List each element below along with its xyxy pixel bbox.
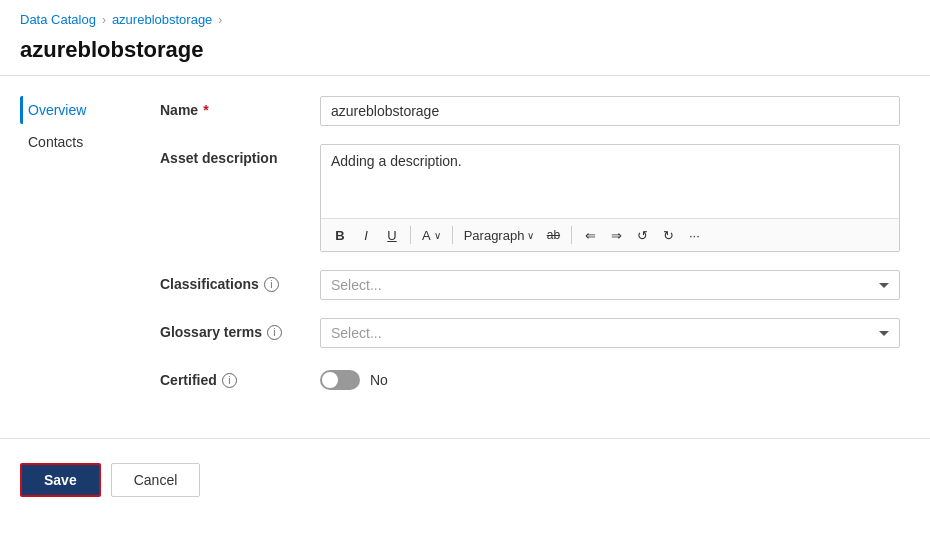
description-input[interactable]: Adding a description.: [321, 145, 899, 215]
toolbar-undo[interactable]: ↺: [631, 224, 653, 246]
toolbar-indent-left[interactable]: ⇐: [579, 224, 601, 246]
sidebar-contacts-label: Contacts: [28, 134, 83, 150]
save-button[interactable]: Save: [20, 463, 101, 497]
paragraph-arrow: ∨: [527, 230, 534, 241]
classifications-control: Select...: [320, 270, 900, 300]
classifications-chevron: [879, 283, 889, 288]
toolbar-sep-1: [410, 226, 411, 244]
certified-info-icon[interactable]: i: [222, 373, 237, 388]
description-label-text: Asset description: [160, 150, 277, 166]
toolbar-indent-right[interactable]: ⇒: [605, 224, 627, 246]
sidebar-item-overview[interactable]: Overview: [20, 96, 140, 124]
classifications-dropdown[interactable]: Select...: [320, 270, 900, 300]
glossary-label-text: Glossary terms: [160, 324, 262, 340]
certified-control: No: [320, 366, 900, 390]
sidebar: Overview Contacts: [0, 76, 140, 428]
classifications-placeholder: Select...: [331, 277, 382, 293]
certified-toggle[interactable]: [320, 370, 360, 390]
rich-text-toolbar: B I U A ∨ Paragraph ∨ ab: [321, 218, 899, 251]
description-row: Asset description Adding a description. …: [160, 144, 900, 252]
toggle-knob: [322, 372, 338, 388]
name-label: Name *: [160, 96, 320, 118]
toolbar-font-size[interactable]: A ∨: [418, 226, 445, 245]
description-control: Adding a description. B I U A ∨ Paragrap…: [320, 144, 900, 252]
page-title: azureblobstorage: [0, 33, 930, 75]
toolbar-bold[interactable]: B: [329, 224, 351, 246]
breadcrumb: Data Catalog › azureblobstorage ›: [0, 0, 930, 33]
classifications-row: Classifications i Select...: [160, 270, 900, 300]
footer-buttons: Save Cancel: [0, 449, 930, 511]
cancel-button[interactable]: Cancel: [111, 463, 201, 497]
toolbar-strikethrough[interactable]: ab: [542, 224, 564, 246]
glossary-placeholder: Select...: [331, 325, 382, 341]
content-area: Name * Asset description Adding a descri…: [140, 76, 930, 428]
classifications-info-icon[interactable]: i: [264, 277, 279, 292]
toolbar-sep-3: [571, 226, 572, 244]
toolbar-redo[interactable]: ↻: [657, 224, 679, 246]
certified-value: No: [370, 372, 388, 388]
paragraph-label: Paragraph: [464, 228, 525, 243]
glossary-label: Glossary terms i: [160, 318, 320, 340]
breadcrumb-sep-2: ›: [218, 13, 222, 27]
name-required: *: [203, 102, 208, 118]
toolbar-more[interactable]: ···: [683, 224, 705, 246]
description-label: Asset description: [160, 144, 320, 166]
breadcrumb-azureblobstorage[interactable]: azureblobstorage: [112, 12, 212, 27]
breadcrumb-sep-1: ›: [102, 13, 106, 27]
glossary-row: Glossary terms i Select...: [160, 318, 900, 348]
certified-row: Certified i No: [160, 366, 900, 390]
main-layout: Overview Contacts Name * Asset descripti…: [0, 76, 930, 428]
certified-label-text: Certified: [160, 372, 217, 388]
font-size-arrow: ∨: [434, 230, 441, 241]
name-label-text: Name: [160, 102, 198, 118]
glossary-control: Select...: [320, 318, 900, 348]
bottom-divider: [0, 438, 930, 439]
toolbar-paragraph[interactable]: Paragraph ∨: [460, 226, 539, 245]
toggle-container: No: [320, 366, 900, 390]
name-control: [320, 96, 900, 126]
certified-label: Certified i: [160, 366, 320, 388]
sidebar-item-contacts[interactable]: Contacts: [20, 128, 140, 156]
name-input[interactable]: [320, 96, 900, 126]
sidebar-overview-label: Overview: [28, 102, 86, 118]
glossary-info-icon[interactable]: i: [267, 325, 282, 340]
classifications-label: Classifications i: [160, 270, 320, 292]
breadcrumb-data-catalog[interactable]: Data Catalog: [20, 12, 96, 27]
toolbar-italic[interactable]: I: [355, 224, 377, 246]
rich-text-area: Adding a description. B I U A ∨ Paragrap…: [320, 144, 900, 252]
font-size-label: A: [422, 228, 431, 243]
glossary-dropdown[interactable]: Select...: [320, 318, 900, 348]
classifications-label-text: Classifications: [160, 276, 259, 292]
glossary-chevron: [879, 331, 889, 336]
toolbar-underline[interactable]: U: [381, 224, 403, 246]
name-row: Name *: [160, 96, 900, 126]
toolbar-sep-2: [452, 226, 453, 244]
